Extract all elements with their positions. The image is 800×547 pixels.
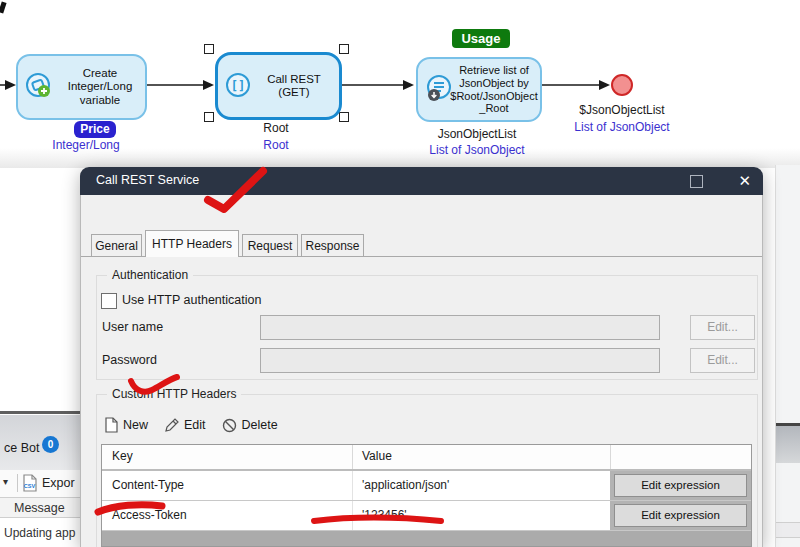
maximize-icon[interactable] <box>690 175 703 188</box>
end-node[interactable] <box>611 74 633 96</box>
username-label: User name <box>102 320 163 334</box>
node-name-label: JsonObjectList <box>427 127 527 141</box>
panel-band <box>776 426 800 463</box>
variable-type-label: Integer/Long <box>36 138 136 152</box>
table-row[interactable]: Access-Token '123456' Edit expression <box>102 501 751 531</box>
usage-badge[interactable]: Usage <box>452 29 510 48</box>
password-edit-button[interactable]: Edit... <box>690 348 755 373</box>
csv-export-icon[interactable]: CSV <box>21 474 38 492</box>
node-label: Create Integer/Long variable <box>58 67 142 107</box>
headers-toolbar: New Edit Delete <box>105 413 288 437</box>
node-call-rest[interactable]: [] Call REST (GET) <box>215 52 342 120</box>
message-column-header[interactable]: Message <box>0 497 80 518</box>
node-create-variable[interactable]: Create Integer/Long variable <box>16 54 147 120</box>
node-label: Call REST (GET) <box>251 73 337 99</box>
use-http-auth-checkbox[interactable] <box>101 293 117 309</box>
username-edit-button[interactable]: Edit... <box>690 315 755 340</box>
edge-artifact <box>0 1 7 13</box>
background-window-edge <box>775 165 800 547</box>
edit-expression-button[interactable]: Edit expression <box>614 504 747 527</box>
username-field[interactable] <box>260 315 660 340</box>
background-log-panel: ce Bot 0 ▾ CSV Expor Message Updating ap… <box>0 404 80 547</box>
new-header-button[interactable]: New <box>105 417 148 433</box>
edit-header-button[interactable]: Edit <box>164 418 206 433</box>
bot-count-badge: 0 <box>42 436 59 453</box>
authentication-group: Authentication Use HTTP authentication U… <box>96 275 758 380</box>
table-row[interactable]: Content-Type 'application/json' Edit exp… <box>102 471 751 501</box>
node-name-label: Root <box>226 121 326 135</box>
log-toolbar: ▾ CSV Expor <box>0 470 80 497</box>
column-value: Value <box>362 449 392 463</box>
delete-header-button[interactable]: Delete <box>222 418 278 433</box>
node-type-label: List of JsonObject <box>417 143 537 157</box>
export-button[interactable]: Expor <box>42 476 75 490</box>
password-field[interactable] <box>260 348 660 373</box>
end-name-label: $JsonObjectList <box>570 103 674 117</box>
svg-text:CSV: CSV <box>24 483 36 489</box>
variable-name-badge[interactable]: Price <box>74 121 116 138</box>
screenshot-root: Create Integer/Long variable Price Integ… <box>0 0 800 547</box>
use-http-auth-label: Use HTTP authentication <box>122 293 261 307</box>
authentication-legend: Authentication <box>107 268 193 282</box>
tab-request[interactable]: Request <box>242 234 298 256</box>
dialog-title: Call REST Service <box>96 173 199 187</box>
svg-text:[]: [] <box>231 79 245 93</box>
headers-table: Key Value Content-Type 'application/json… <box>101 444 752 547</box>
custom-headers-legend: Custom HTTP Headers <box>107 387 241 401</box>
panel-tab-bot[interactable]: ce Bot <box>4 441 39 455</box>
node-retrieve-list[interactable]: Retrieve list of JsonObject by $Root/Jso… <box>416 57 542 122</box>
node-type-label: Root <box>226 138 326 152</box>
pencil-icon <box>164 418 179 433</box>
edit-expression-button[interactable]: Edit expression <box>614 474 747 497</box>
dialog-titlebar[interactable]: Call REST Service ✕ <box>80 167 763 195</box>
tab-http-headers[interactable]: HTTP Headers <box>145 230 239 257</box>
selection-handle[interactable] <box>204 44 214 54</box>
tab-general[interactable]: General <box>91 234 142 256</box>
end-type-label: List of JsonObject <box>570 120 674 134</box>
selection-handle[interactable] <box>339 112 349 122</box>
selection-handle[interactable] <box>339 44 349 54</box>
delete-slash-circle-icon <box>222 418 237 433</box>
log-line: Updating app <box>4 526 75 540</box>
tab-response[interactable]: Response <box>301 234 364 256</box>
retrieve-list-icon <box>425 74 453 106</box>
call-rest-service-dialog: Call REST Service ✕ General HTTP Headers… <box>80 167 763 547</box>
new-document-icon <box>105 417 118 433</box>
dropdown-caret-icon[interactable]: ▾ <box>3 476 8 487</box>
selection-handle[interactable] <box>204 112 214 122</box>
dialog-body: General HTTP Headers Request Response Au… <box>80 195 763 547</box>
toolbar-separator <box>17 474 18 492</box>
rest-call-icon: [] <box>225 72 251 100</box>
column-key: Key <box>112 449 133 463</box>
close-icon[interactable]: ✕ <box>738 171 751 191</box>
create-variable-icon <box>25 72 53 102</box>
password-label: Password <box>102 353 157 367</box>
table-header-row: Key Value <box>102 445 751 471</box>
node-label: Retrieve list of JsonObject by $Root/Jso… <box>450 64 538 115</box>
